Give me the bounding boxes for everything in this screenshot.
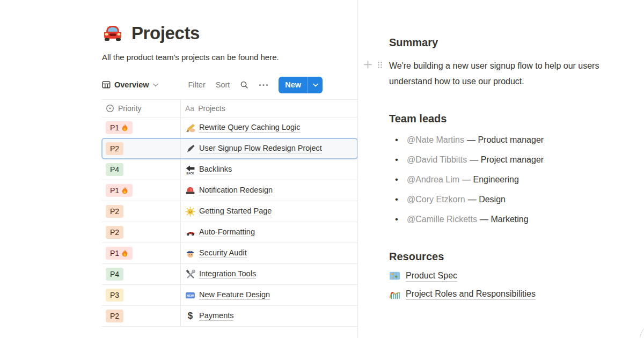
project-link[interactable]: Payments xyxy=(199,311,233,321)
project-link[interactable]: Auto-Formatting xyxy=(199,227,255,237)
priority-badge[interactable]: P2 xyxy=(106,226,123,239)
svg-text:BACK: BACK xyxy=(187,172,194,174)
team-leads-heading: Team leads xyxy=(389,112,644,126)
resource-link-row[interactable]: Project Roles and Responsibilities xyxy=(389,289,644,300)
table-row[interactable]: P1 Rewrite Query Caching Logic xyxy=(102,117,357,138)
list-item: @Andrea Lim— Engineering xyxy=(389,174,644,185)
select-property-icon xyxy=(106,104,114,113)
project-link[interactable]: Rewrite Query Caching Logic xyxy=(199,123,301,133)
projects-column-header[interactable]: Aa Projects xyxy=(181,100,357,117)
user-mention[interactable]: @Andrea Lim xyxy=(407,175,459,184)
priority-badge[interactable]: P2 xyxy=(106,205,123,218)
new-button[interactable]: New xyxy=(279,77,323,93)
writing-hand-icon xyxy=(185,123,195,133)
filter-button[interactable]: Filter xyxy=(188,80,206,89)
priority-badge[interactable]: P3 xyxy=(106,289,123,302)
priority-badge[interactable]: P2 xyxy=(106,142,123,155)
table-row[interactable]: P2 Getting Started Page xyxy=(102,201,357,222)
priority-badge[interactable]: P4 xyxy=(106,268,123,281)
project-link[interactable]: Security Audit xyxy=(199,248,247,258)
list-item: @Cory Etzkorn— Design xyxy=(389,194,644,205)
red-car-icon xyxy=(102,23,123,44)
fire-icon xyxy=(121,249,128,258)
table-row[interactable]: P1 Security Audit xyxy=(102,243,357,264)
member-role: — Marketing xyxy=(480,215,529,224)
page-preview-panel: Summary We're building a new user signup… xyxy=(358,0,644,338)
user-mention[interactable]: @Camille Ricketts xyxy=(407,215,477,224)
drag-handle-icon[interactable] xyxy=(377,61,383,69)
racing-car-icon xyxy=(185,227,195,238)
project-link[interactable]: Integration Tools xyxy=(199,269,256,279)
police-officer-icon xyxy=(185,248,195,259)
project-link[interactable]: Backlinks xyxy=(199,165,232,174)
chevron-down-icon xyxy=(153,83,158,87)
priority-column-header[interactable]: Priority xyxy=(102,100,181,117)
title-property-icon: Aa xyxy=(185,104,194,113)
projects-table: Priority Aa Projects P1 Rewrite Query Ca… xyxy=(102,99,357,327)
user-mention[interactable]: @Nate Martins xyxy=(407,135,464,144)
police-car-light-icon xyxy=(185,186,195,196)
project-link[interactable]: Getting Started Page xyxy=(199,207,272,216)
table-row[interactable]: P4 Integration Tools xyxy=(102,264,357,285)
member-role: — Product manager xyxy=(467,135,544,144)
summary-heading: Summary xyxy=(389,35,644,49)
table-header: Priority Aa Projects xyxy=(102,99,357,117)
member-role: — Project manager xyxy=(470,155,544,164)
table-grid-icon xyxy=(102,80,111,89)
pen-icon xyxy=(185,144,195,154)
sort-button[interactable]: Sort xyxy=(216,80,230,89)
ellipsis-icon[interactable] xyxy=(259,84,268,86)
roller-coaster-icon xyxy=(389,289,400,300)
table-row[interactable]: P1 Notification Redesign xyxy=(102,180,357,201)
user-mention[interactable]: @David Tibbitts xyxy=(407,155,467,164)
page-description: All the product team's projects can be f… xyxy=(102,50,284,64)
view-switcher[interactable]: Overview xyxy=(102,80,158,89)
list-item: @Camille Ricketts— Marketing xyxy=(389,214,644,225)
priority-badge[interactable]: P1 xyxy=(106,247,133,260)
world-map-icon xyxy=(389,270,400,282)
fire-icon xyxy=(121,124,128,132)
new-button-label[interactable]: New xyxy=(279,77,308,93)
list-item: @Nate Martins— Product manager xyxy=(389,134,644,145)
new-dropdown-chevron-icon[interactable] xyxy=(308,83,323,87)
resources-heading: Resources xyxy=(389,249,644,263)
page-title: Projects xyxy=(131,23,200,43)
workspace-sidebar xyxy=(0,0,42,338)
database-panel: Projects All the product team's projects… xyxy=(42,0,358,338)
table-row[interactable]: P4 BACKBacklinks xyxy=(102,159,357,180)
member-role: — Engineering xyxy=(462,175,519,184)
hammer-and-wrench-icon xyxy=(185,269,195,280)
team-leads-list: @Nate Martins— Product manager @David Ti… xyxy=(389,134,644,225)
summary-paragraph: We're building a new user signup flow to… xyxy=(389,61,599,86)
table-row-selected[interactable]: P2 User Signup Flow Redesign Project xyxy=(102,138,357,159)
priority-badge[interactable]: P4 xyxy=(106,163,123,176)
heavy-dollar-sign-icon: $ xyxy=(185,311,195,321)
priority-badge[interactable]: P1 xyxy=(106,184,133,197)
table-row[interactable]: P2 Auto-Formatting xyxy=(102,222,357,243)
resource-link[interactable]: Project Roles and Responsibilities xyxy=(406,289,536,300)
resource-link-row[interactable]: Product Spec xyxy=(389,270,644,282)
add-block-icon[interactable] xyxy=(363,60,372,69)
resource-link[interactable]: Product Spec xyxy=(406,271,457,282)
database-toolbar: Overview Filter Sort xyxy=(102,76,357,93)
svg-text:NEW: NEW xyxy=(187,293,194,297)
fire-icon xyxy=(121,187,128,195)
sun-with-face-icon xyxy=(185,207,195,217)
priority-column-label: Priority xyxy=(118,104,142,113)
user-mention[interactable]: @Cory Etzkorn xyxy=(407,195,465,204)
table-row[interactable]: P2 $Payments xyxy=(102,306,357,327)
priority-badge[interactable]: P2 xyxy=(106,310,123,322)
project-link[interactable]: Notification Redesign xyxy=(199,186,273,195)
projects-column-label: Projects xyxy=(198,104,225,113)
view-label: Overview xyxy=(114,80,149,89)
priority-badge[interactable]: P1 xyxy=(106,121,133,134)
block-handles xyxy=(363,60,383,69)
new-button-icon: NEW xyxy=(185,290,195,300)
summary-paragraph-block[interactable]: We're building a new user signup flow to… xyxy=(389,58,643,89)
search-icon[interactable] xyxy=(240,80,248,89)
table-row[interactable]: P3 NEWNew Feature Design xyxy=(102,285,357,306)
project-link[interactable]: User Signup Flow Redesign Project xyxy=(199,144,322,153)
list-item: @David Tibbitts— Project manager xyxy=(389,154,644,165)
back-arrow-icon: BACK xyxy=(185,165,195,175)
project-link[interactable]: New Feature Design xyxy=(199,290,270,300)
